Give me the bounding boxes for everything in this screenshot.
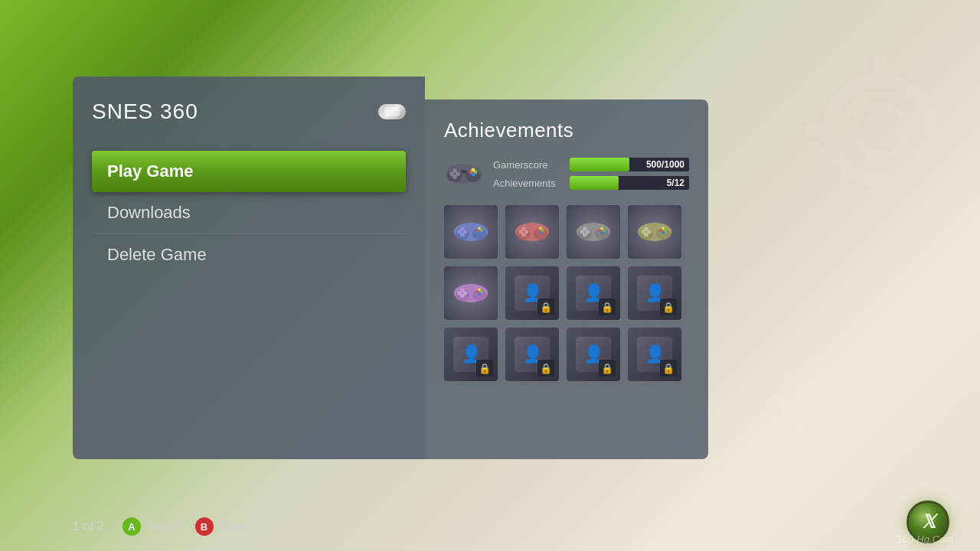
score-section: Gamerscore 500/1000 Achievements 5/12 [444, 158, 689, 190]
menu-item-play-game[interactable]: Play Game [92, 151, 406, 192]
achievements-fill [570, 176, 619, 190]
achievements-label: Achievements [493, 178, 562, 189]
svg-point-34 [478, 231, 481, 234]
achievement-9-locked: 👤 🔒 [444, 328, 498, 381]
svg-point-23 [461, 170, 467, 174]
svg-point-33 [478, 227, 481, 230]
gamerscore-bar: 500/1000 [570, 158, 689, 171]
a-button: A [122, 517, 141, 536]
achievement-6-locked: 👤 🔒 [505, 266, 559, 320]
svg-point-18 [452, 174, 457, 179]
achievement-5 [444, 266, 498, 320]
achievement-7-locked: 👤 🔒 [567, 266, 620, 320]
svg-point-45 [539, 231, 542, 234]
svg-point-29 [460, 227, 465, 232]
svg-point-42 [537, 229, 540, 232]
svg-point-55 [600, 227, 603, 230]
svg-point-74 [460, 294, 465, 298]
svg-point-17 [452, 168, 457, 173]
back-label: Back [218, 520, 246, 533]
achievements-title: Achievements [444, 119, 689, 142]
bottom-bar: 1 of 2 A Select B Back [73, 517, 260, 536]
gamerscore-label: Gamerscore [493, 159, 562, 171]
achievement-2 [505, 205, 559, 259]
left-panel: SNES 360 Play Game Downloads Delete Game [73, 77, 425, 459]
menu-item-downloads[interactable]: Downloads [92, 192, 406, 234]
back-hint: B Back [195, 517, 246, 536]
svg-point-44 [539, 227, 542, 230]
achievement-12-locked: 👤 🔒 [628, 328, 681, 381]
select-label: Select [145, 520, 179, 533]
svg-point-52 [583, 233, 587, 237]
gamerscore-row: Gamerscore 500/1000 [493, 158, 689, 171]
right-panel: Achievements Gamerscore [425, 99, 708, 459]
lock-overlay-3: 🔒 [660, 298, 677, 315]
svg-point-76 [480, 290, 483, 293]
page-indicator: 1 of 2 [73, 520, 103, 533]
achievements-row: Achievements 5/12 [493, 176, 689, 190]
svg-point-73 [460, 289, 465, 293]
select-hint: A Select [122, 517, 179, 536]
svg-point-67 [662, 231, 665, 234]
lock-overlay-7: 🔒 [660, 360, 677, 377]
svg-point-51 [583, 227, 587, 232]
achievement-3 [567, 205, 620, 259]
svg-point-66 [662, 227, 665, 230]
achievement-10-locked: 👤 🔒 [505, 328, 559, 381]
svg-point-40 [521, 227, 526, 232]
controller-icon-large [444, 161, 484, 187]
gamerscore-value: 500/1000 [646, 159, 684, 170]
xbox-x-icon: 𝕏 [921, 511, 936, 533]
achievement-1 [444, 205, 498, 259]
lock-overlay-6: 🔒 [599, 360, 616, 377]
achievement-8-locked: 👤 🔒 [628, 266, 681, 320]
svg-point-65 [664, 229, 667, 232]
svg-point-30 [460, 233, 465, 237]
lock-overlay-5: 🔒 [537, 360, 554, 377]
svg-point-21 [472, 168, 475, 172]
achievement-4 [628, 205, 681, 259]
svg-point-22 [472, 173, 475, 177]
svg-point-77 [478, 289, 481, 292]
menu-item-delete-game[interactable]: Delete Game [92, 234, 406, 276]
svg-point-78 [478, 292, 481, 295]
gamerscore-fill [570, 158, 629, 171]
game-title-row: SNES 360 [92, 99, 406, 128]
svg-point-43 [541, 229, 544, 232]
svg-point-64 [659, 229, 662, 232]
svg-point-41 [521, 233, 526, 237]
main-container: SNES 360 Play Game Downloads Delete Game… [73, 77, 708, 459]
svg-point-54 [603, 229, 606, 232]
lock-overlay: 🔒 [537, 298, 554, 315]
achievements-grid: 👤 🔒 👤 🔒 👤 🔒 👤 🔒 [444, 205, 689, 381]
svg-point-75 [475, 290, 479, 293]
svg-point-32 [480, 229, 483, 232]
achievements-value: 5/12 [667, 178, 684, 188]
svg-point-56 [600, 231, 603, 234]
achievement-11-locked: 👤 🔒 [567, 328, 620, 381]
achievements-bar: 5/12 [570, 176, 689, 190]
b-button: B [195, 517, 214, 536]
svg-point-63 [644, 233, 648, 237]
svg-point-31 [475, 229, 479, 232]
lock-overlay-2: 🔒 [599, 298, 616, 315]
game-cartridge-icon [378, 104, 406, 119]
score-bars: Gamerscore 500/1000 Achievements 5/12 [493, 158, 689, 190]
watermark: 360-Hq.Com [897, 533, 953, 545]
menu-list: Play Game Downloads Delete Game [92, 151, 406, 276]
svg-point-62 [644, 227, 648, 232]
svg-point-53 [598, 229, 601, 232]
game-title: SNES 360 [92, 99, 198, 124]
lock-overlay-4: 🔒 [476, 360, 493, 377]
